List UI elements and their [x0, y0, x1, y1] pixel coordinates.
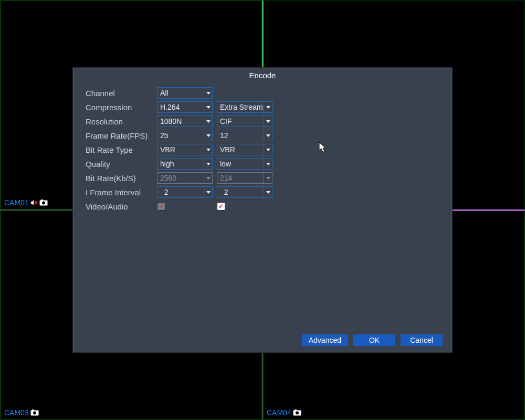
label-bitrate: Bit Rate(Kb/S)	[86, 174, 157, 183]
quality-main-dropdown[interactable]: high	[157, 158, 213, 170]
bitratetype-main-dropdown[interactable]: VBR	[157, 144, 213, 155]
iframe-extra-dropdown[interactable]: 2	[217, 186, 272, 198]
bitratetype-extra-dropdown[interactable]: VBR	[217, 144, 272, 155]
svg-point-4	[33, 412, 36, 415]
row-bitratetype: Bit Rate Type VBR VBR	[86, 143, 444, 156]
chevron-down-icon	[204, 88, 212, 98]
dialog-buttons: Advanced OK Cancel	[302, 334, 443, 346]
encode-form: Channel All Compression H.264 Extra Stre…	[73, 84, 452, 213]
iframe-extra-value: 2	[220, 188, 228, 196]
row-channel: Channel All	[86, 86, 444, 100]
cancel-button[interactable]: Cancel	[401, 334, 443, 346]
ok-button[interactable]: OK	[353, 334, 395, 346]
snapshot-icon	[293, 410, 301, 416]
svg-rect-2	[41, 200, 43, 201]
row-resolution: Resolution 1080N CIF	[86, 114, 444, 128]
chevron-down-icon	[264, 159, 272, 169]
compression-main-dropdown[interactable]: H.264	[157, 101, 213, 113]
svg-rect-5	[32, 410, 34, 411]
bitrate-extra-value: 214	[220, 174, 232, 182]
iframe-main-dropdown[interactable]: 2	[157, 186, 213, 198]
bitrate-extra-dropdown[interactable]: 214	[217, 172, 272, 184]
label-iframe: I Frame Interval	[86, 188, 157, 197]
resolution-main-dropdown[interactable]: 1080N	[157, 116, 213, 127]
advanced-button[interactable]: Advanced	[302, 334, 348, 346]
label-channel: Channel	[86, 89, 157, 98]
snapshot-icon	[39, 200, 48, 206]
label-resolution: Resolution	[86, 117, 157, 126]
chevron-down-icon	[204, 130, 212, 141]
chevron-down-icon	[204, 102, 212, 112]
quality-main-value: high	[160, 160, 174, 168]
bitratetype-main-value: VBR	[160, 145, 175, 154]
svg-point-1	[42, 202, 45, 205]
chevron-down-icon	[264, 102, 272, 112]
label-videoaudio: Video/Audio	[86, 202, 157, 211]
quality-extra-value: low	[220, 160, 231, 168]
row-quality: Quality high low	[86, 157, 444, 171]
video-main-checkbox[interactable]: ✔	[157, 202, 165, 211]
label-framerate: Frame Rate(FPS)	[86, 131, 157, 140]
chevron-down-icon	[264, 187, 272, 197]
label-bitratetype: Bit Rate Type	[86, 145, 157, 154]
chevron-down-icon	[204, 173, 212, 183]
label-compression: Compression	[86, 103, 157, 112]
framerate-main-value: 25	[160, 131, 169, 140]
channel-value: All	[160, 89, 169, 97]
audio-mute-icon	[30, 200, 38, 206]
framerate-extra-value: 12	[220, 131, 228, 140]
channel-dropdown[interactable]: All	[157, 87, 213, 99]
encode-dialog: Encode Channel All Compression H.264 Ext…	[72, 67, 453, 353]
framerate-extra-dropdown[interactable]: 12	[217, 130, 272, 141]
row-bitrate: Bit Rate(Kb/S) 2560 214	[86, 171, 444, 185]
bitrate-main-dropdown[interactable]: 2560	[157, 172, 213, 184]
bitrate-main-value: 2560	[160, 174, 176, 182]
camera-name: CAM03	[4, 408, 29, 417]
svg-point-7	[296, 412, 299, 415]
row-framerate: Frame Rate(FPS) 25 12	[86, 129, 444, 142]
resolution-extra-value: CIF	[220, 117, 232, 125]
resolution-extra-dropdown[interactable]: CIF	[217, 116, 272, 127]
camera-name: CAM01	[4, 198, 29, 207]
resolution-main-value: 1080N	[160, 117, 182, 125]
compression-extra-value: Extra Stream	[220, 103, 263, 111]
camera-label: CAM01	[4, 198, 48, 207]
chevron-down-icon	[264, 173, 272, 183]
chevron-down-icon	[204, 187, 212, 197]
chevron-down-icon	[204, 159, 212, 169]
row-videoaudio: Video/Audio ✔ ✔	[86, 200, 444, 213]
snapshot-icon	[30, 410, 39, 416]
quality-extra-dropdown[interactable]: low	[217, 158, 272, 170]
chevron-down-icon	[264, 116, 272, 127]
dialog-title: Encode	[73, 68, 452, 84]
video-extra-checkbox[interactable]: ✔	[217, 202, 225, 211]
chevron-down-icon	[204, 144, 212, 155]
compression-main-value: H.264	[160, 103, 180, 111]
camera-name: CAM04	[267, 408, 291, 417]
chevron-down-icon	[264, 130, 272, 141]
label-quality: Quality	[86, 160, 157, 169]
compression-extra-dropdown[interactable]: Extra Stream	[217, 101, 272, 113]
row-iframe: I Frame Interval 2 2	[86, 185, 444, 199]
camera-label: CAM04	[267, 408, 301, 417]
camera-label: CAM03	[4, 408, 39, 417]
row-compression: Compression H.264 Extra Stream	[86, 100, 444, 114]
bitratetype-extra-value: VBR	[220, 145, 235, 154]
chevron-down-icon	[264, 144, 272, 155]
iframe-main-value: 2	[160, 188, 169, 196]
chevron-down-icon	[204, 116, 212, 127]
svg-rect-8	[295, 410, 297, 411]
framerate-main-dropdown[interactable]: 25	[157, 130, 213, 141]
